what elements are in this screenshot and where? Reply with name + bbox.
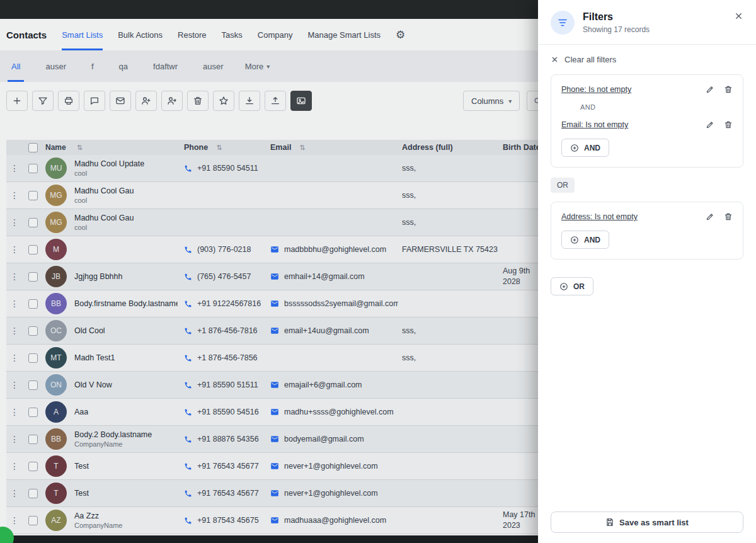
filter-groups: Phone: Is not empty AND Email: Is not em… (551, 74, 743, 260)
close-icon[interactable] (731, 9, 746, 25)
filter-condition: Phone: Is not empty (561, 85, 733, 94)
plus-circle-icon (570, 144, 579, 152)
save-as-smart-list-button[interactable]: Save as smart list (551, 512, 743, 533)
filters-record-count: Showing 17 records (583, 25, 650, 34)
filters-header: Filters Showing 17 records (538, 0, 756, 45)
filters-titles: Filters Showing 17 records (583, 11, 650, 34)
save-icon (605, 518, 614, 527)
clear-x-icon (551, 55, 559, 64)
plus-circle-icon (559, 282, 568, 291)
add-and-button[interactable]: AND (561, 231, 609, 249)
filters-footer: Save as smart list (538, 503, 756, 543)
filter-condition-link[interactable]: Email: Is not empty (561, 120, 706, 129)
edit-filter-icon[interactable] (706, 85, 714, 94)
delete-filter-icon[interactable] (724, 85, 733, 94)
filters-title: Filters (583, 11, 650, 23)
clear-all-filters-label: Clear all filters (564, 55, 616, 64)
filter-group: Address: Is not empty AND (551, 202, 743, 260)
filters-panel: Filters Showing 17 records Clear all fil… (538, 0, 756, 543)
filter-icon (551, 11, 575, 35)
add-and-button[interactable]: AND (561, 139, 609, 157)
filter-condition: Address: Is not empty (561, 212, 733, 221)
filters-body: Clear all filters Phone: Is not empty AN… (538, 45, 756, 503)
add-or-button-label: OR (573, 282, 585, 291)
add-or-button[interactable]: OR (551, 277, 593, 295)
edit-filter-icon[interactable] (706, 120, 714, 129)
filter-condition-link[interactable]: Phone: Is not empty (561, 85, 706, 94)
delete-filter-icon[interactable] (724, 120, 733, 129)
plus-circle-icon (570, 236, 579, 244)
filter-condition-link[interactable]: Address: Is not empty (561, 212, 706, 221)
and-separator: AND (580, 103, 733, 111)
delete-filter-icon[interactable] (724, 212, 733, 221)
or-separator: OR (551, 178, 575, 193)
save-as-smart-list-label: Save as smart list (619, 518, 689, 527)
clear-all-filters[interactable]: Clear all filters (551, 55, 743, 64)
edit-filter-icon[interactable] (706, 212, 714, 221)
filter-group: Phone: Is not empty AND Email: Is not em… (551, 74, 743, 168)
filter-condition: Email: Is not empty (561, 120, 733, 129)
